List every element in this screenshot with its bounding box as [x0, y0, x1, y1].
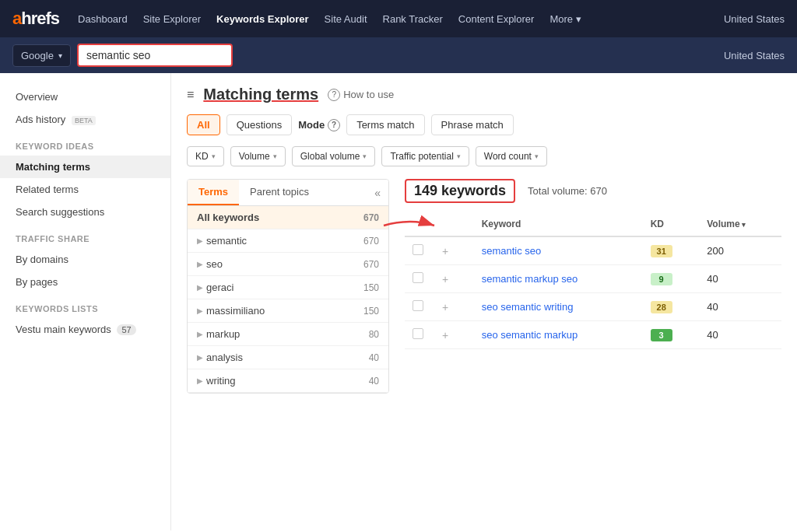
- search-engine-selector[interactable]: Google: [12, 44, 71, 67]
- sidebar-item-by-pages[interactable]: By pages: [0, 271, 170, 293]
- content-panels: Terms Parent topics « All keywords 670 ▶…: [187, 179, 781, 394]
- keyword-link[interactable]: semantic markup seo: [482, 273, 578, 285]
- keyword-link[interactable]: semantic seo: [482, 245, 542, 257]
- kw-name: ▶ semantic: [197, 235, 247, 247]
- search-input[interactable]: semantic seo: [77, 44, 233, 67]
- volume-cell: 40: [699, 321, 781, 349]
- kd-badge: 28: [651, 301, 672, 313]
- keyword-list-item[interactable]: ▶ writing 40: [188, 369, 388, 393]
- kw-count: 80: [369, 329, 379, 340]
- nav-site-audit[interactable]: Site Audit: [325, 13, 367, 25]
- col-volume[interactable]: Volume: [699, 212, 781, 236]
- sidebar-item-related-terms[interactable]: Related terms: [0, 178, 170, 201]
- keyword-link[interactable]: seo semantic writing: [482, 301, 574, 313]
- sidebar-item-search-suggestions[interactable]: Search suggestions: [0, 201, 170, 223]
- kw-all-name: All keywords: [197, 212, 259, 223]
- col-add: [431, 212, 474, 236]
- kw-count: 670: [363, 236, 379, 247]
- table-row: + seo semantic writing 28 40: [405, 293, 781, 321]
- kd-badge: 31: [651, 245, 672, 257]
- sidebar-item-vestu[interactable]: Vestu main keywords 57: [0, 318, 170, 341]
- kw-count: 670: [363, 259, 379, 270]
- row-checkbox[interactable]: [413, 272, 423, 283]
- row-checkbox[interactable]: [413, 244, 423, 255]
- col-keyword[interactable]: Keyword: [474, 212, 643, 236]
- filter-volume[interactable]: Volume: [230, 146, 286, 166]
- page-title: Matching terms: [203, 86, 318, 103]
- main-content: ≡ Matching terms ? How to use All Questi…: [171, 73, 797, 530]
- nav-links: Dashboard Site Explorer Keywords Explore…: [78, 13, 724, 25]
- tab-questions[interactable]: Questions: [226, 114, 293, 135]
- filter-row: All Questions Mode ? Terms match Phrase …: [187, 114, 781, 135]
- panel-tabs: Terms Parent topics «: [188, 180, 388, 206]
- keyword-list-item[interactable]: ▶ massimiliano 150: [188, 299, 388, 323]
- keyword-list-item[interactable]: ▶ analysis 40: [188, 346, 388, 369]
- filter-traffic-potential[interactable]: Traffic potential: [381, 146, 469, 166]
- help-icon: ?: [328, 89, 340, 101]
- nav-content-explorer[interactable]: Content Explorer: [458, 13, 535, 25]
- volume-cell: 40: [699, 293, 781, 321]
- tab-phrase-match[interactable]: Phrase match: [431, 114, 514, 135]
- nav-more[interactable]: More ▾: [549, 13, 581, 25]
- sidebar-item-overview[interactable]: Overview: [0, 86, 170, 108]
- filter-kd[interactable]: KD: [187, 146, 224, 166]
- keyword-count: 149 keywords: [405, 179, 515, 203]
- sidebar-item-matching-terms[interactable]: Matching terms: [0, 156, 170, 178]
- tab-all[interactable]: All: [187, 114, 220, 135]
- nav-site-explorer[interactable]: Site Explorer: [143, 13, 201, 25]
- row-checkbox[interactable]: [413, 300, 423, 311]
- keyword-list-item[interactable]: ▶ markup 80: [188, 323, 388, 346]
- panel-tab-parent-topics[interactable]: Parent topics: [239, 180, 320, 205]
- nav-rank-tracker[interactable]: Rank Tracker: [383, 13, 443, 25]
- filter-global-volume[interactable]: Global volume: [292, 146, 376, 166]
- nav-keywords-explorer[interactable]: Keywords Explorer: [216, 13, 309, 25]
- kd-badge: 9: [651, 273, 672, 285]
- keyword-list-item[interactable]: ▶ geraci 150: [188, 276, 388, 299]
- sidebar: Overview Ads history BETA Keyword ideas …: [0, 73, 171, 530]
- tab-terms-match[interactable]: Terms match: [346, 114, 424, 135]
- sidebar-section-traffic-share: Traffic share: [0, 223, 170, 248]
- add-btn[interactable]: +: [439, 329, 451, 341]
- mode-label: Mode ?: [298, 119, 340, 131]
- panel-tab-terms[interactable]: Terms: [188, 180, 239, 205]
- help-link[interactable]: ? How to use: [328, 89, 394, 101]
- keyword-list-item-all[interactable]: All keywords 670: [188, 206, 388, 229]
- kw-name: ▶ writing: [197, 375, 236, 387]
- kd-badge: 3: [651, 329, 672, 341]
- sidebar-item-by-domains[interactable]: By domains: [0, 248, 170, 271]
- table-row: + seo semantic markup 3 40: [405, 321, 781, 349]
- col-kd[interactable]: KD: [643, 212, 700, 236]
- beta-badge: BETA: [72, 116, 96, 125]
- kw-name: ▶ seo: [197, 258, 223, 270]
- help-text: How to use: [343, 89, 394, 100]
- col-checkbox: [405, 212, 431, 236]
- total-volume: Total volume: 670: [528, 185, 607, 197]
- kw-all-count: 670: [363, 212, 379, 223]
- main-layout: Overview Ads history BETA Keyword ideas …: [0, 73, 797, 530]
- sidebar-item-ads-history[interactable]: Ads history BETA: [0, 108, 170, 131]
- kw-name: ▶ massimiliano: [197, 305, 265, 317]
- vestu-badge: 57: [117, 324, 135, 335]
- row-checkbox[interactable]: [413, 328, 423, 339]
- nav-dashboard[interactable]: Dashboard: [78, 13, 128, 25]
- add-btn[interactable]: +: [439, 273, 451, 285]
- sidebar-section-keyword-ideas: Keyword ideas: [0, 131, 170, 156]
- hamburger-icon[interactable]: ≡: [187, 88, 194, 102]
- add-btn[interactable]: +: [439, 245, 451, 257]
- keyword-list-item[interactable]: ▶ semantic 670: [188, 229, 388, 253]
- kw-name: ▶ markup: [197, 328, 240, 340]
- page-header: ≡ Matching terms ? How to use: [187, 86, 781, 103]
- table-row: + semantic seo 31 200: [405, 236, 781, 265]
- panel-collapse-btn[interactable]: «: [367, 180, 388, 205]
- mode-help-icon: ?: [328, 119, 340, 131]
- kw-count: 40: [369, 352, 379, 363]
- sidebar-section-keywords-lists: Keywords lists: [0, 293, 170, 318]
- table-row: + semantic markup seo 9 40: [405, 265, 781, 293]
- kw-count: 150: [363, 282, 379, 293]
- filter-word-count[interactable]: Word count: [476, 146, 547, 166]
- logo: ahrefs: [12, 9, 59, 29]
- add-btn[interactable]: +: [439, 301, 451, 313]
- keyword-link[interactable]: seo semantic markup: [482, 329, 578, 341]
- data-table: Keyword KD Volume + semantic seo 31 200: [405, 212, 781, 349]
- keyword-list-item[interactable]: ▶ seo 670: [188, 253, 388, 276]
